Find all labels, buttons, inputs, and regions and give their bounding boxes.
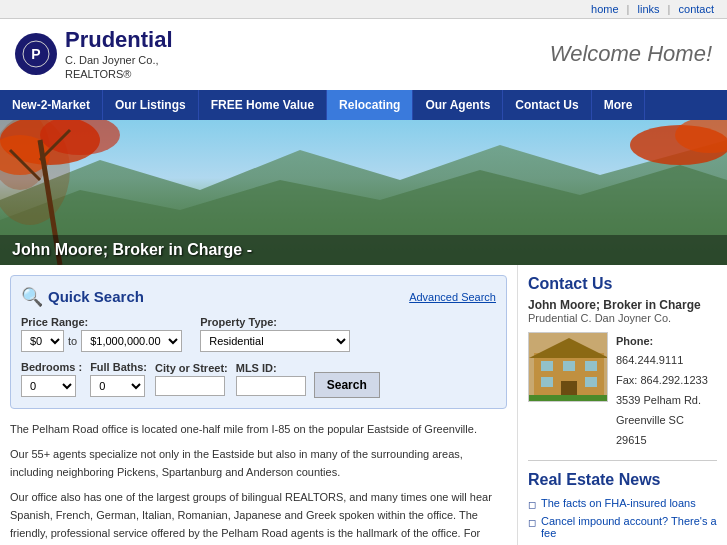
news-item-1: ◻ The facts on FHA-insured loans — [528, 497, 717, 510]
svg-rect-20 — [563, 361, 575, 371]
logo-icon: P — [15, 33, 57, 75]
phone-label: Phone: — [616, 335, 653, 347]
top-bar: home | links | contact — [0, 0, 727, 19]
price-from-select[interactable]: $0 — [21, 330, 64, 352]
city-input[interactable] — [155, 376, 225, 396]
svg-rect-21 — [585, 361, 597, 371]
nav-relocating[interactable]: Relocating — [327, 90, 413, 120]
svg-rect-22 — [541, 377, 553, 387]
phone-number: 864.244.9111 — [616, 354, 683, 366]
bedrooms-group: Bedrooms : 0 — [21, 361, 82, 397]
advanced-search-link[interactable]: Advanced Search — [409, 291, 496, 303]
hero-title: John Moore; Broker in Charge - — [12, 241, 252, 258]
company-name: Prudential — [65, 27, 173, 53]
bedrooms-select[interactable]: 0 — [21, 375, 76, 397]
welcome-message: Welcome Home! — [550, 41, 712, 67]
contact-info: Phone: 864.244.9111 Fax: 864.292.1233 35… — [616, 332, 717, 451]
search-button[interactable]: Search — [314, 372, 380, 398]
contact-section: Contact Us John Moore; Broker in Charge … — [528, 275, 717, 451]
address-line1: 3539 Pelham Rd. — [616, 394, 701, 406]
main-content: 🔍 Quick Search Advanced Search Price Ran… — [0, 265, 727, 545]
fax-number: 864.292.1233 — [640, 374, 707, 386]
price-inputs: $0 to $1,000,000.00 — [21, 330, 182, 352]
description-para-3: Our office also has one of the largest g… — [10, 489, 507, 545]
nav-our-listings[interactable]: Our Listings — [103, 90, 199, 120]
property-type-label: Property Type: — [200, 316, 350, 328]
full-baths-label: Full Baths: — [90, 361, 147, 373]
nav-more[interactable]: More — [592, 90, 646, 120]
address-line2: Greenville SC 29615 — [616, 414, 684, 446]
logo-text: Prudential C. Dan Joyner Co., REALTORS® — [65, 27, 173, 82]
description-text: The Pelham Road office is located one-ha… — [10, 421, 507, 545]
contact-company: Prudential C. Dan Joyner Co. — [528, 312, 717, 324]
mls-input[interactable] — [236, 376, 306, 396]
quick-search-title: 🔍 Quick Search — [21, 286, 144, 308]
nav-contact-us[interactable]: Contact Us — [503, 90, 591, 120]
property-type-group: Property Type: Residential — [200, 316, 350, 352]
news-bullet-1: ◻ — [528, 499, 536, 510]
company-subtitle: C. Dan Joyner Co., REALTORS® — [65, 53, 173, 82]
news-title: Real Estate News — [528, 471, 717, 489]
hero-banner: John Moore; Broker in Charge - — [0, 120, 727, 265]
price-to-label: to — [68, 335, 77, 347]
home-link[interactable]: home — [591, 3, 619, 15]
svg-rect-19 — [541, 361, 553, 371]
logo-area: P Prudential C. Dan Joyner Co., REALTORS… — [15, 27, 173, 82]
contact-details: Phone: 864.244.9111 Fax: 864.292.1233 35… — [528, 332, 717, 451]
price-range-label: Price Range: — [21, 316, 182, 328]
nav-our-agents[interactable]: Our Agents — [413, 90, 503, 120]
news-link-2[interactable]: Cancel impound account? There's a fee — [541, 515, 717, 539]
mls-group: MLS ID: — [236, 362, 306, 396]
contact-link[interactable]: contact — [679, 3, 714, 15]
full-baths-select[interactable]: 0 — [90, 375, 145, 397]
description-para-2: Our 55+ agents specialize not only in th… — [10, 446, 507, 481]
fax-label: Fax: — [616, 374, 637, 386]
search-icon: 🔍 — [21, 286, 43, 308]
quick-search-panel: 🔍 Quick Search Advanced Search Price Ran… — [10, 275, 507, 409]
full-baths-group: Full Baths: 0 — [90, 361, 147, 397]
price-range-group: Price Range: $0 to $1,000,000.00 — [21, 316, 182, 352]
search-row-1: Price Range: $0 to $1,000,000.00 Propert… — [21, 316, 496, 352]
nav-new2market[interactable]: New-2-Market — [0, 90, 103, 120]
search-btn-group: Search — [314, 372, 380, 398]
separator1: | — [627, 3, 630, 15]
bedrooms-label: Bedrooms : — [21, 361, 82, 373]
links-link[interactable]: links — [638, 3, 660, 15]
left-content: 🔍 Quick Search Advanced Search Price Ran… — [0, 265, 517, 545]
city-label: City or Street: — [155, 362, 228, 374]
building-svg — [529, 333, 608, 402]
property-type-select[interactable]: Residential — [200, 330, 350, 352]
svg-text:P: P — [31, 46, 40, 62]
search-row-2: Bedrooms : 0 Full Baths: 0 City or Stree… — [21, 360, 496, 398]
mls-label: MLS ID: — [236, 362, 306, 374]
nav-free-home-value[interactable]: FREE Home Value — [199, 90, 327, 120]
price-to-select[interactable]: $1,000,000.00 — [81, 330, 182, 352]
sidebar-divider — [528, 460, 717, 461]
svg-rect-23 — [585, 377, 597, 387]
right-sidebar: Contact Us John Moore; Broker in Charge … — [517, 265, 727, 545]
svg-rect-25 — [529, 395, 608, 402]
header: P Prudential C. Dan Joyner Co., REALTORS… — [0, 19, 727, 90]
quick-search-header: 🔍 Quick Search Advanced Search — [21, 286, 496, 308]
city-group: City or Street: — [155, 362, 228, 396]
broker-name: John Moore; Broker in Charge — [528, 298, 717, 312]
news-item-2: ◻ Cancel impound account? There's a fee — [528, 515, 717, 539]
real-estate-news: Real Estate News ◻ The facts on FHA-insu… — [528, 471, 717, 545]
hero-overlay: John Moore; Broker in Charge - — [0, 235, 727, 265]
description-para-1: The Pelham Road office is located one-ha… — [10, 421, 507, 439]
news-bullet-2: ◻ — [528, 517, 536, 528]
navigation: New-2-Market Our Listings FREE Home Valu… — [0, 90, 727, 120]
contact-title: Contact Us — [528, 275, 717, 293]
separator2: | — [668, 3, 671, 15]
building-image — [528, 332, 608, 402]
news-link-1[interactable]: The facts on FHA-insured loans — [541, 497, 696, 509]
